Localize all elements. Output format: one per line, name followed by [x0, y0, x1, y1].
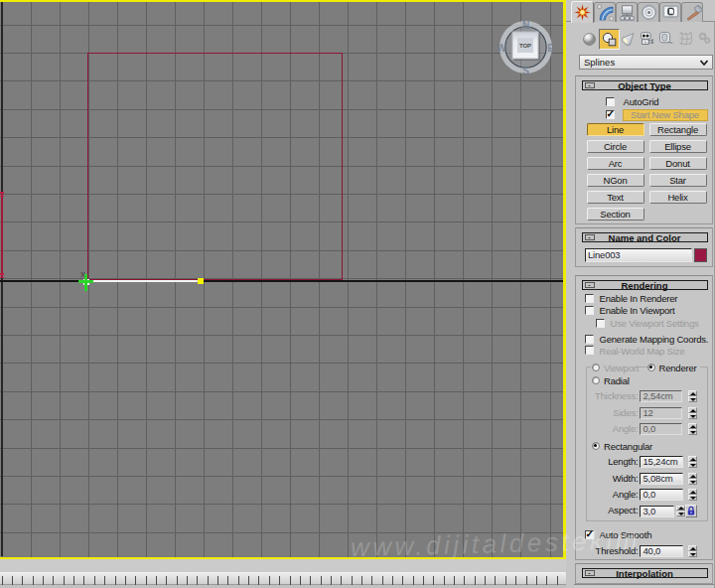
- svg-text:N: N: [522, 20, 529, 31]
- svg-text:S: S: [522, 66, 529, 75]
- svg-text:W: W: [498, 43, 506, 54]
- svg-text:E: E: [547, 43, 554, 54]
- svg-text:TOP: TOP: [519, 43, 531, 49]
